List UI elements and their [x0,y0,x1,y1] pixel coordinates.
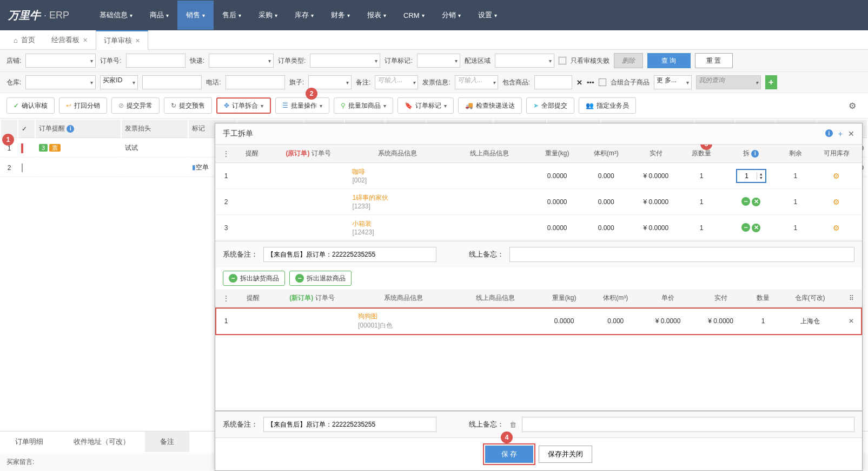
invoice-select[interactable]: 可输入...▾ [455,75,498,89]
logo-sub: · ERP [44,10,69,21]
submit-exception-button[interactable]: ⊘提交异常 [111,97,160,114]
info-icon: i [751,150,759,158]
myquery-select[interactable]: 我的查询▾ [696,75,761,89]
combo-checkbox[interactable] [599,78,606,86]
contain-input[interactable] [534,75,572,89]
users-icon: 👥 [586,102,594,109]
orig-order-table: ⋮ 提醒 (原订单) 订单号 系统商品信息 线上商品信息 重量(kg) 体积(m… [215,145,862,178]
callout-2: 2 [306,88,317,100]
split-qty-input[interactable]: ▲▼ [736,169,766,179]
row-checkbox[interactable] [22,163,23,172]
onlyfail-label: 只看审核失败 [571,56,609,66]
confirm-audit-button[interactable]: ✓确认审核 [6,97,55,114]
tab-dashboard[interactable]: 经营看板✕ [43,30,96,49]
batch-add-button[interactable]: ⚲批量加商品▾ [334,97,393,114]
phone-input[interactable] [226,75,285,89]
flag-select[interactable]: ▾ [308,75,352,89]
query-button[interactable]: 查 询 [647,53,691,68]
return-dist-button[interactable]: ↩打回分销 [59,97,107,114]
truck-icon: 🚚 [465,102,473,109]
nav-settings[interactable]: 设置▾ [469,1,506,30]
badge-text: 票 [49,144,61,152]
more-select[interactable]: 更 多...▾ [654,75,692,89]
combo-label: 合组合子商品 [611,78,650,87]
batch-op-button[interactable]: ☰批量操作▾ [275,97,329,114]
chevron-up-icon[interactable]: ▲ [757,172,765,176]
split-merge-button[interactable]: ✥订单拆合▾ [216,97,271,114]
remark-label: 备注: [356,78,370,87]
buyerid-input[interactable] [142,75,202,89]
close-icon[interactable]: ✕ [83,37,88,44]
orderno-input[interactable] [126,54,185,68]
link-icon: ⚲ [341,102,346,109]
wh-select[interactable]: ▾ [25,75,96,89]
badge-count: 3 [39,144,48,152]
home-icon: ⌂ [14,36,18,44]
contain-label: 包含商品: [502,78,530,87]
close-icon[interactable]: ✕ [135,37,140,44]
shop-select[interactable]: ▾ [25,54,96,68]
remark-select[interactable]: 可输入...▾ [375,75,418,89]
ordertype-label: 订单类型: [278,56,306,66]
filter-bar-1: 店铺: ▾ 订单号: 快递: ▾ 订单类型: ▾ 订单标记: ▾ 配送区域 ▾ … [0,50,868,72]
tab-order-audit[interactable]: 订单审核✕ [96,30,148,50]
nav-finance[interactable]: 财务▾ [322,1,359,30]
express-select[interactable]: ▾ [209,54,274,68]
top-nav: 万里牛 · ERP 基础信息▾ 商品▾ 销售▾ 售后▾ 采购▾ 库存▾ 财务▾ … [0,0,868,30]
stock-icon[interactable]: ⚙ [833,172,840,179]
chevron-down-icon[interactable]: ▼ [757,176,765,179]
ordertype-select[interactable]: ▾ [310,54,380,68]
add-button[interactable]: + [765,75,777,89]
submit-presale-button[interactable]: ↻提交预售 [164,97,212,114]
nav-aftersales[interactable]: 售后▾ [214,1,250,30]
nav-crm[interactable]: CRM▾ [395,1,433,30]
add-icon[interactable]: + [838,129,843,138]
submit-all-button[interactable]: ➤全部提交 [526,97,574,114]
flag-label: 旗子: [289,78,304,87]
reset-button[interactable]: 重 置 [695,53,733,68]
onlyfail-checkbox[interactable] [559,57,566,64]
check-express-button[interactable]: 🚚检查快递送达 [458,97,522,114]
nav-sales[interactable]: 销售▾ [177,1,214,30]
menu-icon: ☰ [282,102,288,109]
invoice-label: 发票信息: [422,78,450,87]
assign-sales-button[interactable]: 👥指定业务员 [579,97,636,114]
nav-purchase[interactable]: 采购▾ [250,1,286,30]
row-checkbox[interactable] [22,144,23,153]
deliverarea-select[interactable]: ▾ [495,54,554,68]
split-order-modal: 手工拆单 i + ✕ ⋮ 提醒 (原订单) 订单号 系统商品信息 线上商品信息 … [215,123,863,178]
orderno-label: 订单号: [100,56,121,66]
modal-title: 手工拆单 [223,129,253,139]
order-mark-button[interactable]: 🔖订单标记▾ [397,97,454,114]
move-icon: ✥ [224,102,229,109]
tab-home[interactable]: ⌂首页 [5,30,43,49]
filter-bar-2: 仓库: ▾ 买家ID▾ 电话: 旗子: ▾ 备注: 可输入...▾ 发票信息: … [0,72,868,93]
nav-stock[interactable]: 库存▾ [286,1,322,30]
more-icon[interactable]: ••• [587,78,594,87]
buyerid-select[interactable]: 买家ID▾ [100,75,138,89]
tabs-bar: ⌂首页 经营看板✕ 订单审核✕ [0,30,868,50]
nav-basic[interactable]: 基础信息▾ [91,1,141,30]
nav-distribute[interactable]: 分销▾ [433,1,469,30]
info-icon[interactable]: i [825,129,833,137]
delete-button[interactable]: 删除 [614,53,643,68]
express-label: 快递: [190,56,204,66]
ordermark-select[interactable]: ▾ [417,54,460,68]
logo: 万里牛 [8,8,41,23]
nav-product[interactable]: 商品▾ [141,1,177,30]
callout-1: 1 [2,134,14,146]
clear-icon[interactable]: ✕ [577,78,582,87]
nav-menu: 基础信息▾ 商品▾ 销售▾ 售后▾ 采购▾ 库存▾ 财务▾ 报表▾ CRM▾ 分… [91,1,506,30]
shop-label: 店铺: [6,56,21,66]
plane-icon: ➤ [533,102,539,109]
nav-report[interactable]: 报表▾ [359,1,395,30]
table-row[interactable]: 1 咖啡[002] 0.0000 0.000 ¥ 0.0000 1 ▲▼ 1 ⚙ [215,163,862,179]
toolbar: ✓确认审核 ↩打回分销 ⊘提交异常 ↻提交预售 ✥订单拆合▾ ☰批量操作▾ ⚲批… [0,93,868,119]
deliverarea-label: 配送区域 [465,56,491,66]
ordermark-label: 订单标记: [385,56,412,66]
phone-label: 电话: [206,78,221,87]
modal-header: 手工拆单 i + ✕ [215,123,862,145]
back-icon: ↩ [66,102,71,109]
close-icon[interactable]: ✕ [848,129,854,138]
gear-icon[interactable]: ⚙ [843,101,862,111]
